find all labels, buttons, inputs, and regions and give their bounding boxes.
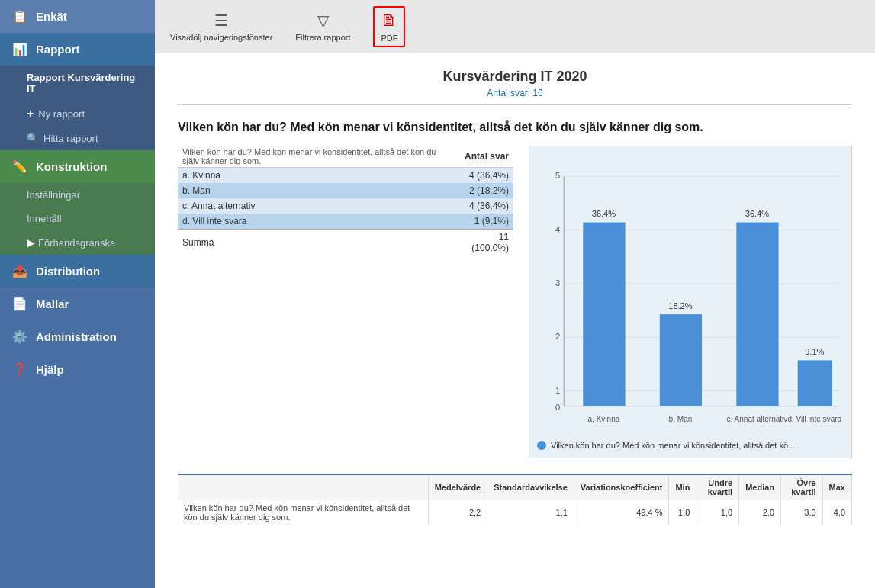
- svg-text:b. Man: b. Man: [669, 415, 693, 423]
- main-content: ☰ Visa/dölj navigeringsfönster ▽ Filtrer…: [155, 0, 875, 588]
- sidebar-label-mallar: Mallar: [36, 297, 69, 310]
- konstruktion-submenu: Inställningar Innehåll ▶ Förhandsgranska: [0, 183, 155, 255]
- stats-header-median: Median: [739, 475, 781, 500]
- stats-val-max: 4,0: [822, 500, 851, 525]
- sidebar-label-innehall: Innehåll: [27, 213, 62, 224]
- sidebar-label-konstruktion: Konstruktion: [36, 160, 107, 173]
- answer-count: 2 (18,2%): [450, 183, 513, 198]
- ny-rapport-plus-icon: +: [27, 107, 34, 120]
- stats-row-label: Vilken kön har du? Med kön menar vi köns…: [178, 500, 428, 525]
- table-row: b. Man 2 (18,2%): [178, 183, 513, 198]
- sidebar-item-enkat[interactable]: 📋 Enkät: [0, 0, 155, 33]
- svg-text:18.2%: 18.2%: [668, 301, 693, 310]
- answer-count: 1 (9,1%): [450, 214, 513, 230]
- sidebar-sub-innehall[interactable]: Innehåll: [0, 207, 155, 230]
- sidebar-label-rapport: Rapport: [36, 43, 80, 56]
- forhandsgranska-arrow-icon: ▶: [27, 236, 35, 249]
- stats-header-question: [178, 475, 428, 500]
- mallar-icon: 📄: [11, 297, 28, 311]
- hamburger-icon: ☰: [214, 11, 228, 30]
- question-content: Vilken kön har du? Med kön menar vi köns…: [178, 146, 852, 458]
- enkat-icon: 📋: [11, 9, 28, 24]
- bar-vill: [798, 360, 832, 406]
- report-area: Kursvärdering IT 2020 Antal svar: 16 Vil…: [155, 53, 875, 588]
- toolbar: ☰ Visa/dölj navigeringsfönster ▽ Filtrer…: [155, 0, 875, 53]
- sidebar-label-rapport-kurs: Rapport Kursvärdering IT: [27, 72, 135, 95]
- stats-header-std: Standardavvikelse: [487, 475, 574, 500]
- pdf-icon: 🗎: [381, 11, 397, 31]
- answer-label: b. Man: [178, 183, 450, 198]
- btn-navigate-label: Visa/dölj navigeringsfönster: [170, 33, 272, 42]
- sidebar-label-distribution: Distribution: [36, 265, 100, 278]
- subtitle-value: 16: [532, 88, 542, 98]
- sidebar-sub-installningar[interactable]: Inställningar: [0, 183, 155, 207]
- stats-val-medel: 2,2: [428, 500, 487, 525]
- sidebar-item-rapport[interactable]: 📊 Rapport: [0, 33, 155, 66]
- report-divider: [178, 104, 852, 105]
- sidebar-label-administration: Administration: [36, 330, 117, 343]
- stats-header-var: Variationskoefficient: [574, 475, 669, 500]
- sidebar-item-mallar[interactable]: 📄 Mallar: [0, 288, 155, 320]
- stats-table: Medelvärde Standardavvikelse Variationsk…: [178, 475, 852, 525]
- stats-header-undre: Undre kvartil: [696, 475, 739, 500]
- svg-text:9.1%: 9.1%: [805, 347, 824, 356]
- stats-row: Vilken kön har du? Med kön menar vi köns…: [178, 500, 852, 525]
- report-title: Kursvärdering IT 2020: [178, 69, 852, 85]
- question-title: Vilken kön har du? Med kön menar vi köns…: [178, 120, 852, 134]
- legend-dot: [537, 441, 546, 450]
- svg-text:c. Annat alternativ: c. Annat alternativ: [726, 415, 787, 423]
- sidebar-sub-rapport-kurs[interactable]: Rapport Kursvärdering IT: [0, 66, 155, 101]
- stats-header-ovre: Övre kvartil: [781, 475, 823, 500]
- btn-pdf[interactable]: 🗎 PDF: [373, 6, 405, 47]
- sidebar-sub-forhandsgranska[interactable]: ▶ Förhandsgranska: [0, 230, 155, 255]
- sidebar-label-ny-rapport: Ny rapport: [38, 108, 85, 120]
- sidebar-item-hjalp[interactable]: ❓ Hjälp: [0, 353, 155, 386]
- btn-pdf-label: PDF: [381, 34, 397, 43]
- stats-val-ovre: 3,0: [781, 500, 823, 525]
- sidebar-label-installningar: Inställningar: [27, 189, 80, 201]
- sidebar-sub-ny-rapport[interactable]: + Ny rapport: [0, 101, 155, 127]
- stats-val-var: 49,4 %: [574, 500, 669, 525]
- report-subtitle: Antal svar: 16: [178, 88, 852, 98]
- svg-text:4: 4: [555, 225, 560, 234]
- chart-legend: Vilken kön har du? Med kön menar vi köns…: [537, 441, 844, 450]
- stats-val-undre: 1,0: [696, 500, 739, 525]
- stats-header-medel: Medelvärde: [428, 475, 487, 500]
- sidebar-item-distribution[interactable]: 📤 Distribution: [0, 255, 155, 288]
- bar-annat: [736, 223, 778, 406]
- sidebar-label-forhandsgranska: Förhandsgranska: [38, 237, 115, 249]
- answer-label: c. Annat alternativ: [178, 198, 450, 214]
- sidebar-item-konstruktion[interactable]: ✏️ Konstruktion: [0, 150, 155, 183]
- bar-chart-svg: 5 4 3 2 1 0: [537, 158, 844, 432]
- table-row: c. Annat alternativ 4 (36,4%): [178, 198, 513, 214]
- subtitle-label: Antal svar:: [487, 88, 530, 98]
- sidebar: 📋 Enkät 📊 Rapport Rapport Kursvärdering …: [0, 0, 155, 588]
- legend-text: Vilken kön har du? Med kön menar vi köns…: [551, 441, 795, 450]
- svg-text:2: 2: [555, 332, 560, 341]
- btn-filter-label: Filtrera rapport: [295, 33, 350, 42]
- rapport-submenu: Rapport Kursvärdering IT + Ny rapport 🔍 …: [0, 66, 155, 150]
- sidebar-item-administration[interactable]: ⚙️ Administration: [0, 320, 155, 353]
- sidebar-sub-hitta-rapport[interactable]: 🔍 Hitta rapport: [0, 127, 155, 150]
- administration-icon: ⚙️: [11, 329, 28, 344]
- table-row: d. Vill inte svara 1 (9,1%): [178, 214, 513, 230]
- bar-man: [660, 314, 702, 406]
- sidebar-label-enkat: Enkät: [36, 10, 67, 23]
- svg-text:a. Kvinna: a. Kvinna: [587, 415, 619, 423]
- svg-text:3: 3: [555, 278, 560, 288]
- answer-table: Vilken kön har du? Med kön menar vi köns…: [178, 146, 513, 255]
- table-row: a. Kvinna 4 (36,4%): [178, 168, 513, 184]
- svg-text:1: 1: [555, 386, 560, 395]
- table-summa-row: Summa 11(100,0%): [178, 230, 513, 256]
- stats-val-std: 1,1: [487, 500, 574, 525]
- hitta-rapport-icon: 🔍: [27, 133, 39, 144]
- svg-text:36.4%: 36.4%: [592, 209, 616, 218]
- sidebar-label-hjalp: Hjälp: [36, 363, 64, 376]
- btn-navigate[interactable]: ☰ Visa/dölj navigeringsfönster: [170, 11, 272, 42]
- table-header-question: Vilken kön har du? Med kön menar vi köns…: [178, 146, 450, 168]
- btn-filter[interactable]: ▽ Filtrera rapport: [295, 11, 350, 42]
- svg-text:36.4%: 36.4%: [745, 209, 770, 218]
- hjalp-icon: ❓: [11, 362, 28, 377]
- answer-count: 4 (36,4%): [450, 168, 513, 184]
- stats-header-max: Max: [822, 475, 851, 500]
